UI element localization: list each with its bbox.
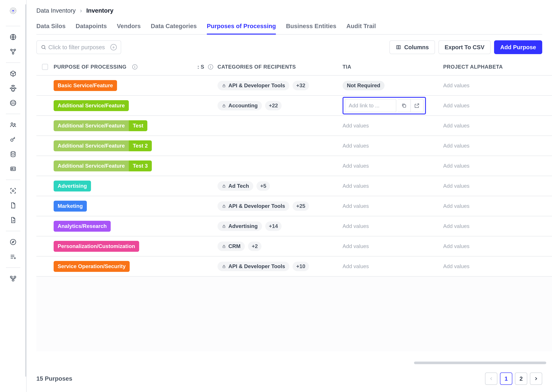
purpose-tag[interactable]: Marketing xyxy=(54,201,87,212)
column-header-tia[interactable]: TIA xyxy=(342,64,443,70)
tia-add-values[interactable]: Add values xyxy=(342,143,369,149)
cube-icon[interactable] xyxy=(7,67,20,80)
category-chip[interactable]: API & Developer Tools xyxy=(218,81,289,90)
tia-add-values[interactable]: Add values xyxy=(342,163,369,169)
database-icon[interactable] xyxy=(7,148,20,161)
alphabeta-add-values[interactable]: Add values xyxy=(443,123,470,129)
tia-add-values[interactable]: Add values xyxy=(342,263,369,269)
scan-icon[interactable] xyxy=(7,184,20,197)
tab-purposes-of-processing[interactable]: Purposes of Processing xyxy=(207,23,276,35)
tab-data-categories[interactable]: Data Categories xyxy=(151,23,197,34)
tab-business-entities[interactable]: Business Entities xyxy=(286,23,336,34)
category-chip[interactable]: API & Developer Tools xyxy=(218,262,289,271)
cubes-icon[interactable] xyxy=(7,82,20,95)
category-chip[interactable]: Advertising xyxy=(218,222,262,231)
alphabeta-add-values[interactable]: Add values xyxy=(443,243,470,249)
id-card-icon[interactable] xyxy=(7,162,20,175)
app-logo[interactable] xyxy=(7,4,20,17)
column-header-truncated[interactable]: :Si xyxy=(180,64,218,70)
tia-add-values[interactable]: Add values xyxy=(342,243,369,249)
tia-add-values[interactable]: Add values xyxy=(342,203,369,209)
sidebar-divider xyxy=(6,180,20,180)
purpose-tag[interactable]: Additional Service/Feature xyxy=(54,161,129,171)
category-chip[interactable]: Accounting xyxy=(218,101,262,110)
tia-link-editor[interactable]: Add link to ... xyxy=(342,97,426,114)
row-count: 15 Purposes xyxy=(36,375,72,382)
horizontal-scrollbar[interactable] xyxy=(414,362,546,364)
category-chip[interactable]: Ad Tech xyxy=(218,181,253,191)
tia-chip[interactable]: Not Required xyxy=(342,81,385,90)
page-button-1[interactable]: 1 xyxy=(500,372,512,385)
document-icon[interactable] xyxy=(7,199,20,212)
column-header-purpose[interactable]: PURPOSE OF PROCESSINGi xyxy=(54,64,180,70)
column-header-categories[interactable]: CATEGORIES OF RECIPIENTS xyxy=(218,64,342,70)
page-button-2[interactable]: 2 xyxy=(515,372,527,385)
purpose-tag[interactable]: Advertising xyxy=(54,181,91,191)
select-all-checkbox[interactable] xyxy=(42,64,48,70)
svg-point-2 xyxy=(12,10,14,12)
svg-rect-27 xyxy=(223,246,225,248)
page-prev-button[interactable] xyxy=(485,372,497,385)
tab-datapoints[interactable]: Datapoints xyxy=(76,23,107,34)
open-link-button[interactable] xyxy=(410,99,424,112)
alphabeta-add-values[interactable]: Add values xyxy=(443,143,470,149)
breadcrumb-root[interactable]: Data Inventory xyxy=(36,7,76,14)
category-count-chip[interactable]: +5 xyxy=(256,181,270,191)
category-chip[interactable]: API & Developer Tools xyxy=(218,201,289,211)
tab-vendors[interactable]: Vendors xyxy=(117,23,141,34)
columns-button[interactable]: Columns xyxy=(389,40,435,54)
filter-input[interactable]: Click to filter purposes + xyxy=(36,40,121,54)
alphabeta-add-values[interactable]: Add values xyxy=(443,183,470,189)
purpose-tag[interactable]: Additional Service/Feature xyxy=(54,140,129,151)
info-icon[interactable]: i xyxy=(208,64,213,70)
tabs: Data SilosDatapointsVendorsData Categori… xyxy=(36,23,542,35)
add-purpose-button[interactable]: Add Purpose xyxy=(494,40,542,54)
purpose-tag[interactable]: Basic Service/Feature xyxy=(54,80,117,91)
document-check-icon[interactable] xyxy=(7,214,20,226)
purpose-subtag[interactable]: Test xyxy=(129,120,147,131)
tia-add-values[interactable]: Add values xyxy=(342,223,369,229)
purpose-tag[interactable]: Service Operation/Security xyxy=(54,261,130,272)
tia-link-input[interactable]: Add link to ... xyxy=(345,99,396,112)
lock-icon xyxy=(222,83,226,88)
category-count-chip[interactable]: +14 xyxy=(265,222,282,231)
export-csv-button[interactable]: Export To CSV xyxy=(438,40,491,54)
purpose-subtag[interactable]: Test 2 xyxy=(129,140,152,151)
workflow-icon[interactable] xyxy=(7,272,20,285)
category-chip[interactable]: CRM xyxy=(218,242,245,251)
column-header-alphabeta[interactable]: PROJECT ALPHABETA xyxy=(443,64,544,70)
category-count-chip[interactable]: +32 xyxy=(292,81,309,90)
nodes-icon[interactable] xyxy=(7,45,20,58)
category-count-chip[interactable]: +22 xyxy=(265,101,282,110)
category-count-chip[interactable]: +10 xyxy=(292,262,309,271)
tab-data-silos[interactable]: Data Silos xyxy=(36,23,65,34)
alphabeta-add-values[interactable]: Add values xyxy=(443,203,470,209)
list-plus-icon[interactable] xyxy=(7,250,20,263)
compass-icon[interactable] xyxy=(7,236,20,248)
alphabeta-add-values[interactable]: Add values xyxy=(443,103,470,109)
alphabeta-add-values[interactable]: Add values xyxy=(443,223,470,229)
add-filter-icon[interactable]: + xyxy=(110,44,117,50)
purpose-tag[interactable]: Analytics/Research xyxy=(54,221,111,232)
copy-link-button[interactable] xyxy=(398,99,411,112)
purpose-subtag[interactable]: Test 3 xyxy=(129,161,152,171)
footer: 15 Purposes 12 xyxy=(27,367,552,392)
purpose-tag[interactable]: Personalization/Customization xyxy=(54,241,139,252)
alphabeta-add-values[interactable]: Add values xyxy=(443,83,470,89)
alphabeta-add-values[interactable]: Add values xyxy=(443,263,470,269)
tia-add-values[interactable]: Add values xyxy=(342,183,369,189)
purpose-tag[interactable]: Additional Service/Feature xyxy=(54,120,129,131)
category-count-chip[interactable]: +25 xyxy=(292,201,309,211)
globe2-icon[interactable] xyxy=(7,97,20,109)
purpose-tag[interactable]: Additional Service/Feature xyxy=(54,100,129,111)
page-next-button[interactable] xyxy=(530,372,542,385)
tia-add-values[interactable]: Add values xyxy=(342,123,369,129)
category-count-chip[interactable]: +2 xyxy=(248,242,261,251)
svg-point-14 xyxy=(12,190,14,192)
globe-icon[interactable] xyxy=(7,31,20,43)
key-icon[interactable] xyxy=(7,133,20,146)
alphabeta-add-values[interactable]: Add values xyxy=(443,163,470,169)
people-icon[interactable] xyxy=(7,119,20,131)
info-icon[interactable]: i xyxy=(132,64,138,70)
tab-audit-trail[interactable]: Audit Trail xyxy=(346,23,376,34)
